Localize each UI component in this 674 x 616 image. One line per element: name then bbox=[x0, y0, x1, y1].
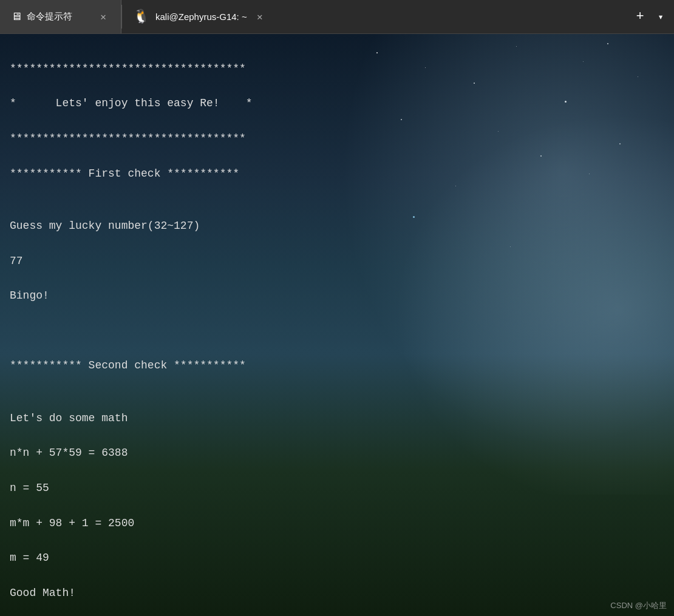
linux-tab[interactable]: 🐧 kali@Zephyrus-G14: ~ ✕ bbox=[122, 0, 624, 33]
terminal-line-14: n = 55 bbox=[10, 479, 664, 497]
terminal-line-17: Good Math! bbox=[10, 584, 664, 602]
terminal-line-13: n*n + 57*59 = 6388 bbox=[10, 444, 664, 462]
terminal-line-2: ************************************ bbox=[10, 130, 664, 147]
tab-actions: + ▾ bbox=[624, 0, 674, 33]
add-tab-button[interactable]: + bbox=[629, 6, 651, 28]
terminal-line-10: *********** Second check *********** bbox=[10, 357, 664, 374]
cmd-icon: 🖥 bbox=[11, 10, 22, 23]
terminal-line-5: Guess my lucky number(32~127) bbox=[10, 217, 664, 235]
terminal-line-16: m = 49 bbox=[10, 549, 664, 567]
cmd-tab[interactable]: 🖥 命令提示符 ✕ bbox=[0, 0, 121, 33]
terminal-line-1: * Lets' enjoy this easy Re! * bbox=[10, 95, 664, 112]
terminal-body: ************************************ * L… bbox=[0, 34, 674, 616]
watermark: CSDN @小哈里 bbox=[610, 600, 667, 611]
titlebar: 🖥 命令提示符 ✕ 🐧 kali@Zephyrus-G14: ~ ✕ + ▾ bbox=[0, 0, 674, 34]
terminal-line-0: ************************************ bbox=[10, 60, 664, 78]
terminal-line-15: m*m + 98 + 1 = 2500 bbox=[10, 515, 664, 532]
dropdown-button[interactable]: ▾ bbox=[652, 6, 669, 28]
linux-icon: 🐧 bbox=[133, 8, 149, 25]
cmd-tab-label: 命令提示符 bbox=[27, 11, 72, 22]
cmd-close-button[interactable]: ✕ bbox=[97, 10, 110, 24]
linux-tab-label: kali@Zephyrus-G14: ~ bbox=[155, 12, 247, 22]
linux-close-button[interactable]: ✕ bbox=[253, 10, 267, 24]
terminal-line-3: *********** First check *********** bbox=[10, 165, 664, 183]
terminal-output[interactable]: ************************************ * L… bbox=[0, 34, 674, 616]
terminal-line-6: 77 bbox=[10, 252, 664, 270]
terminal-line-12: Let's do some math bbox=[10, 410, 664, 427]
terminal-line-7: Bingo! bbox=[10, 287, 664, 305]
